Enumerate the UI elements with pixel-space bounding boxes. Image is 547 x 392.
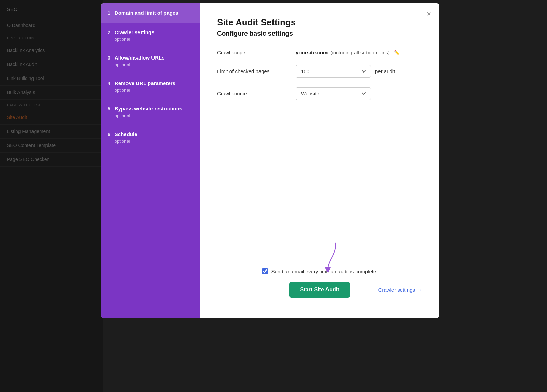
edit-crawl-scope-icon[interactable]: ✏️	[394, 50, 400, 55]
step-3-content: Allow/disallow URLs optional	[115, 54, 165, 67]
bottom-actions: Start Site Audit Crawler settings →	[217, 282, 422, 298]
step-4[interactable]: 4 Remove URL parameters optional	[101, 74, 200, 100]
step-4-number: 4	[108, 81, 110, 86]
step-5-subtitle: optional	[115, 113, 182, 118]
step-2-subtitle: optional	[115, 37, 155, 42]
step-3-subtitle: optional	[115, 62, 165, 67]
step-2-number: 2	[108, 30, 110, 35]
per-audit-label: per audit	[375, 68, 395, 74]
crawl-scope-label: Crawl scope	[217, 50, 296, 55]
email-checkbox[interactable]	[262, 268, 268, 274]
step-1[interactable]: 1 Domain and limit of pages	[101, 3, 200, 23]
step-3-title: Allow/disallow URLs	[115, 54, 165, 61]
modal-subtitle: Configure basic settings	[217, 30, 422, 37]
step-2[interactable]: 2 Crawler settings optional	[101, 23, 200, 49]
step-1-title: Domain and limit of pages	[115, 10, 178, 16]
limit-row: Limit of checked pages 100 500 1000 5000…	[217, 65, 422, 78]
crawler-link-arrow-icon: →	[417, 287, 422, 293]
content-panel: × Site Audit Settings Configure basic se…	[200, 3, 439, 318]
step-2-title: Crawler settings	[115, 29, 155, 36]
modal-title: Site Audit Settings	[217, 17, 422, 28]
steps-panel: 1 Domain and limit of pages 2 Crawler se…	[101, 3, 200, 318]
email-label: Send an email every time an audit is com…	[271, 269, 378, 274]
bottom-section: Send an email every time an audit is com…	[217, 268, 422, 304]
crawl-scope-row: Crawl scope yoursite.com (including all …	[217, 50, 422, 55]
step-6-number: 6	[108, 132, 110, 137]
crawler-settings-link[interactable]: Crawler settings →	[378, 287, 422, 293]
crawl-scope-suffix: (including all subdomains)	[331, 50, 390, 55]
step-3[interactable]: 3 Allow/disallow URLs optional	[101, 48, 200, 74]
step-5[interactable]: 5 Bypass website restrictions optional	[101, 99, 200, 125]
site-audit-modal: 1 Domain and limit of pages 2 Crawler se…	[101, 3, 439, 318]
crawl-scope-value: yoursite.com (including all subdomains) …	[296, 50, 400, 55]
step-5-content: Bypass website restrictions optional	[115, 105, 182, 118]
step-1-content: Domain and limit of pages	[115, 10, 178, 16]
crawler-link-label: Crawler settings	[378, 287, 415, 293]
step-6-content: Schedule optional	[115, 131, 137, 144]
close-button[interactable]: ×	[427, 10, 431, 18]
start-audit-button[interactable]: Start Site Audit	[289, 282, 350, 298]
limit-label: Limit of checked pages	[217, 68, 296, 74]
step-6-subtitle: optional	[115, 139, 137, 144]
limit-select[interactable]: 100 500 1000 5000 10000	[296, 65, 371, 78]
step-1-number: 1	[108, 10, 110, 16]
crawl-source-label: Crawl source	[217, 91, 296, 96]
step-2-content: Crawler settings optional	[115, 29, 155, 42]
crawl-scope-domain: yoursite.com	[296, 50, 328, 55]
step-5-title: Bypass website restrictions	[115, 105, 182, 112]
crawl-source-select[interactable]: Website Sitemap Google Analytics	[296, 87, 371, 100]
step-6-title: Schedule	[115, 131, 137, 138]
step-6[interactable]: 6 Schedule optional	[101, 125, 200, 151]
crawl-source-row: Crawl source Website Sitemap Google Anal…	[217, 87, 422, 100]
email-notification-row: Send an email every time an audit is com…	[262, 268, 378, 274]
step-5-number: 5	[108, 106, 110, 112]
step-4-subtitle: optional	[115, 88, 175, 93]
step-4-content: Remove URL parameters optional	[115, 80, 175, 93]
step-3-number: 3	[108, 55, 110, 61]
step-4-title: Remove URL parameters	[115, 80, 175, 87]
